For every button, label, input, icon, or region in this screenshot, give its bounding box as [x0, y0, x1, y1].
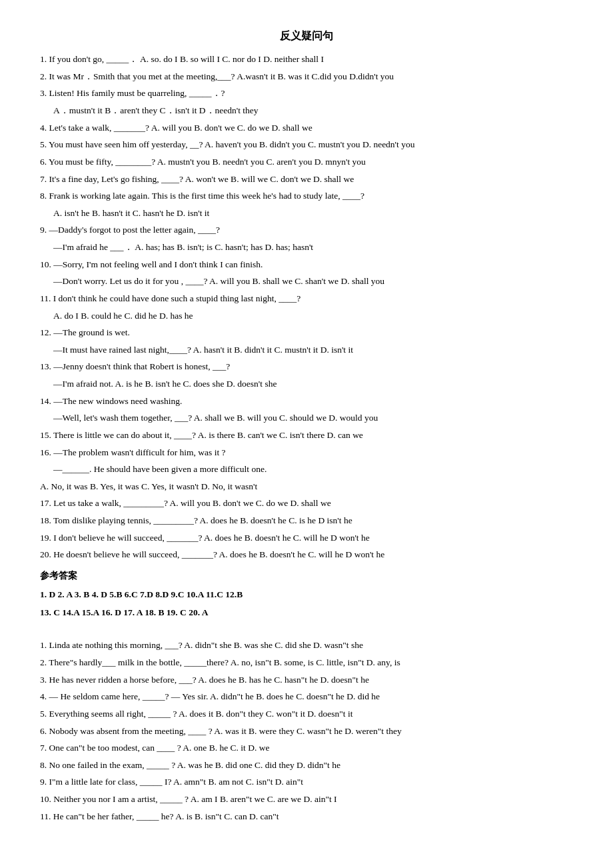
q11a: A. do I B. could he C. did he D. has he: [53, 308, 573, 324]
s2-q9: 9. I"m a little late for class, _____ I?…: [40, 774, 573, 790]
answers-line2: 13. C 14.A 15.A 16. D 17. A 18. B 19. C …: [40, 605, 573, 621]
q15: 15. There is little we can do about it, …: [40, 427, 573, 443]
q17: 17. Let us take a walk, _________? A. wi…: [40, 495, 573, 511]
q14: 14. —The new windows need washing.: [40, 393, 573, 409]
q3a: A．mustn't it B．aren't they C．isn't it D．…: [53, 103, 573, 119]
q14a: —Well, let's wash them together, ___? A.…: [53, 410, 573, 426]
s2-q4: 4. — He seldom came here, _____? — Yes s…: [40, 689, 573, 705]
answers-title: 参考答案: [40, 568, 573, 584]
q9a: —I'm afraid he ___． A. has; has B. isn't…: [53, 239, 573, 255]
s2-q6: 6. Nobody was absent from the meeting, _…: [40, 723, 573, 739]
q6: 6. You must be fifty, ________? A. mustn…: [40, 154, 573, 170]
q16a: —______. He should have been given a mor…: [53, 461, 573, 477]
page-title: 反义疑问句: [40, 27, 573, 45]
q3: 3. Listen! His family must be quarreling…: [40, 85, 573, 101]
q16: 16. —The problem wasn't difficult for hi…: [40, 445, 573, 461]
q9: 9. —Daddy's forgot to post the letter ag…: [40, 222, 573, 238]
s2-q5: 5. Everything seems all right, _____ ? A…: [40, 706, 573, 722]
q4: 4. Let's take a walk, _______? A. will y…: [40, 120, 573, 136]
q11: 11. I don't think he could have done suc…: [40, 291, 573, 307]
q20: 20. He doesn't believe he will succeed, …: [40, 547, 573, 563]
q2: 2. It was Mr．Smith that you met at the m…: [40, 69, 573, 85]
q19: 19. I don't believe he will succeed, ___…: [40, 530, 573, 546]
q12a: —It must have rained last night,____? A.…: [53, 342, 573, 358]
s2-q11: 11. He can"t be her father, _____ he? A.…: [40, 809, 573, 825]
q12: 12. —The ground is wet.: [40, 325, 573, 341]
q10: 10. —Sorry, I'm not feeling well and I d…: [40, 257, 573, 273]
q10a: —Don't worry. Let us do it for you , ___…: [53, 273, 573, 289]
q13: 13. —Jenny doesn't think that Robert is …: [40, 359, 573, 375]
q16b: A. No, it was B. Yes, it was C. Yes, it …: [40, 479, 573, 495]
s2-q8: 8. No one failed in the exam, _____ ? A.…: [40, 757, 573, 773]
s2-q3: 3. He has never ridden a horse before, _…: [40, 672, 573, 688]
q1: 1. If you don't go, _____． A. so. do I B…: [40, 51, 573, 67]
s2-q1: 1. Linda ate nothing this morning, ___? …: [40, 637, 573, 653]
q8: 8. Frank is working late again. This is …: [40, 188, 573, 204]
q5: 5. You must have seen him off yesterday,…: [40, 137, 573, 153]
q18: 18. Tom dislike playing tennis, ________…: [40, 513, 573, 529]
s2-q2: 2. There"s hardly___ milk in the bottle,…: [40, 655, 573, 671]
q7: 7. It's a fine day, Let's go fishing, __…: [40, 171, 573, 187]
content-area: 1. If you don't go, _____． A. so. do I B…: [40, 51, 573, 824]
answers-line1: 1. D 2. A 3. B 4. D 5.B 6.C 7.D 8.D 9.C …: [40, 587, 573, 603]
q13a: —I'm afraid not. A. is he B. isn't he C.…: [53, 376, 573, 392]
s2-q10: 10. Neither you nor I am a artist, _____…: [40, 791, 573, 807]
q8a: A. isn't he B. hasn't it C. hasn't he D.…: [53, 205, 573, 221]
s2-q7: 7. One can"t be too modest, can ____ ? A…: [40, 740, 573, 756]
